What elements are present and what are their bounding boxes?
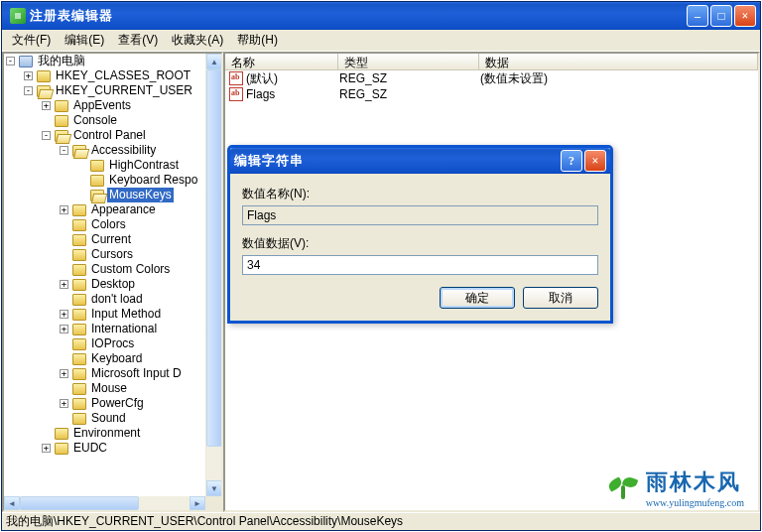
folder-icon <box>72 234 86 246</box>
scroll-up-icon[interactable]: ▲ <box>206 54 222 69</box>
folder-open-icon <box>90 190 104 201</box>
folder-icon <box>72 279 86 291</box>
toggle-icon[interactable]: + <box>60 399 68 408</box>
dialog-close-button[interactable]: × <box>584 150 606 172</box>
tree-inputmethod[interactable]: Input Method <box>89 307 163 322</box>
folder-icon <box>72 353 86 365</box>
string-value-icon <box>229 71 243 85</box>
tree-console[interactable]: Console <box>71 113 119 128</box>
tree-appevents[interactable]: AppEvents <box>71 98 133 113</box>
menu-help[interactable]: 帮助(H) <box>231 30 284 51</box>
list-row[interactable]: Flags REG_SZ <box>225 86 758 102</box>
toggle-icon[interactable]: + <box>24 71 33 80</box>
folder-open-icon <box>55 130 68 142</box>
scroll-right-icon[interactable]: ► <box>190 496 205 510</box>
tree-controlpanel[interactable]: Control Panel <box>71 128 148 143</box>
minimize-button[interactable]: – <box>687 5 708 27</box>
folder-icon <box>72 219 86 231</box>
tree-colors[interactable]: Colors <box>89 217 128 232</box>
menu-bar: 文件(F) 编辑(E) 查看(V) 收藏夹(A) 帮助(H) <box>2 30 760 52</box>
toggle-icon[interactable]: + <box>60 369 68 378</box>
menu-favorites[interactable]: 收藏夹(A) <box>166 30 229 51</box>
toggle-icon[interactable]: + <box>60 325 68 333</box>
name-field <box>242 205 598 225</box>
tree-keyboardresp[interactable]: Keyboard Respo <box>107 173 199 188</box>
row-name: (默认) <box>246 70 339 87</box>
toggle-icon[interactable]: + <box>60 205 68 214</box>
close-button[interactable]: × <box>734 5 756 27</box>
folder-open-icon <box>37 85 51 97</box>
tree-dontload[interactable]: don't load <box>89 292 145 307</box>
scroll-thumb[interactable] <box>20 496 139 510</box>
vertical-scrollbar[interactable]: ▲ ▼ <box>205 54 221 496</box>
data-field[interactable] <box>242 255 598 275</box>
folder-icon <box>72 264 86 276</box>
scroll-left-icon[interactable]: ◄ <box>4 496 20 510</box>
tree-panel[interactable]: -我的电脑 +HKEY_CLASSES_ROOT -HKEY_CURRENT_U… <box>2 52 223 512</box>
tree-hkcr[interactable]: HKEY_CLASSES_ROOT <box>54 68 192 83</box>
help-button[interactable]: ? <box>561 150 582 172</box>
tree-desktop[interactable]: Desktop <box>89 277 137 292</box>
tree-accessibility[interactable]: Accessibility <box>89 143 158 158</box>
toggle-icon[interactable]: + <box>60 310 68 319</box>
edit-string-dialog: 编辑字符串 ? × 数值名称(N): 数值数据(V): 确定 取消 <box>227 145 613 324</box>
folder-icon <box>37 70 51 82</box>
folder-icon <box>55 428 68 440</box>
tree-eudc[interactable]: EUDC <box>71 441 109 456</box>
horizontal-scrollbar[interactable]: ◄ ► <box>4 496 205 510</box>
tree-mouse[interactable]: Mouse <box>89 381 129 396</box>
tree-environment[interactable]: Environment <box>71 426 142 441</box>
scroll-thumb[interactable] <box>206 69 222 447</box>
cancel-button[interactable]: 取消 <box>523 287 598 309</box>
tree-highcontrast[interactable]: HighContrast <box>107 158 181 173</box>
toggle-icon[interactable]: - <box>24 86 33 95</box>
toggle-icon[interactable]: - <box>42 131 51 140</box>
folder-icon <box>72 398 86 410</box>
leaf-logo-icon <box>608 473 638 503</box>
tree-sound[interactable]: Sound <box>89 411 128 426</box>
tree-ioprocs[interactable]: IOProcs <box>89 336 136 351</box>
toggle-icon[interactable]: - <box>6 57 15 66</box>
column-type[interactable]: 类型 <box>338 54 479 69</box>
tree-powercfg[interactable]: PowerCfg <box>89 396 146 411</box>
window-title: 注册表编辑器 <box>30 7 687 25</box>
tree-root[interactable]: 我的电脑 <box>36 54 87 68</box>
menu-edit[interactable]: 编辑(E) <box>59 30 110 51</box>
tree-current[interactable]: Current <box>89 232 133 247</box>
string-value-icon <box>229 87 243 101</box>
tree-mousekeys[interactable]: MouseKeys <box>107 188 174 202</box>
status-path: 我的电脑\HKEY_CURRENT_USER\Control Panel\Acc… <box>6 513 403 530</box>
row-type: REG_SZ <box>339 71 480 85</box>
regedit-icon <box>10 8 26 24</box>
tree-keyboard[interactable]: Keyboard <box>89 351 144 366</box>
menu-file[interactable]: 文件(F) <box>6 30 57 51</box>
data-label: 数值数据(V): <box>242 235 598 252</box>
folder-icon <box>72 413 86 425</box>
maximize-button[interactable]: □ <box>710 5 732 27</box>
column-name[interactable]: 名称 <box>225 54 338 69</box>
folder-icon <box>90 175 104 187</box>
tree-hkcu[interactable]: HKEY_CURRENT_USER <box>54 83 194 98</box>
toggle-icon[interactable]: + <box>60 280 68 289</box>
tree-international[interactable]: International <box>89 322 159 336</box>
dialog-title: 编辑字符串 <box>234 152 561 170</box>
watermark-text: 雨林木风 <box>646 467 744 497</box>
title-bar[interactable]: 注册表编辑器 – □ × <box>2 2 760 30</box>
folder-icon <box>72 368 86 380</box>
ok-button[interactable]: 确定 <box>440 287 515 309</box>
computer-icon <box>19 56 33 67</box>
folder-icon <box>72 324 86 335</box>
menu-view[interactable]: 查看(V) <box>112 30 164 51</box>
tree-customcolors[interactable]: Custom Colors <box>89 262 172 277</box>
list-row[interactable]: (默认) REG_SZ (数值未设置) <box>225 70 758 86</box>
folder-icon <box>90 160 104 172</box>
tree-appearance[interactable]: Appearance <box>89 202 158 217</box>
folder-icon <box>72 383 86 395</box>
toggle-icon[interactable]: - <box>60 146 68 155</box>
toggle-icon[interactable]: + <box>42 101 51 110</box>
column-data[interactable]: 数据 <box>479 54 758 69</box>
toggle-icon[interactable]: + <box>42 444 51 453</box>
tree-cursors[interactable]: Cursors <box>89 247 135 262</box>
scroll-down-icon[interactable]: ▼ <box>206 480 222 496</box>
tree-msinput[interactable]: Microsoft Input D <box>89 366 184 381</box>
